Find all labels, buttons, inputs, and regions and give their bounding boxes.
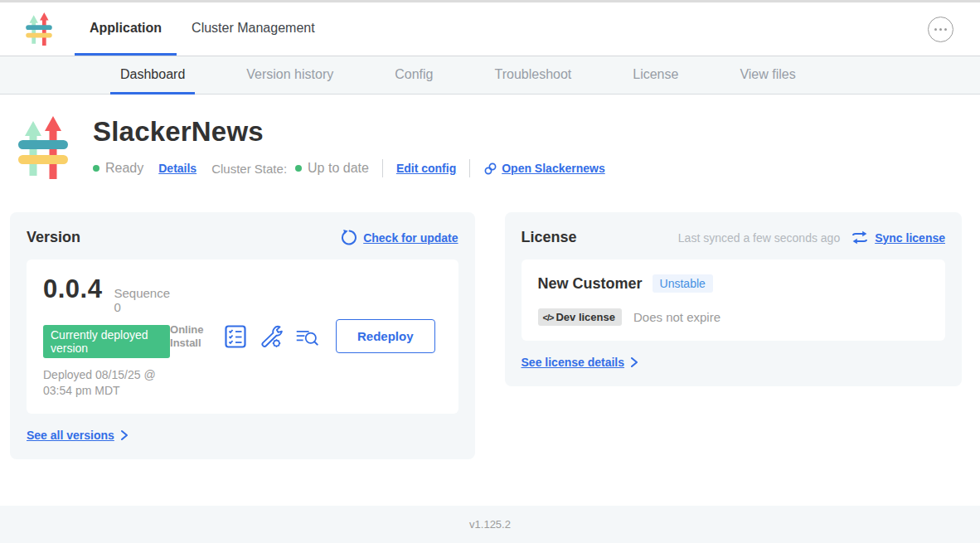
- open-app-label: Open Slackernews: [502, 162, 605, 175]
- tab-license[interactable]: License: [623, 56, 688, 95]
- external-link-icon: [483, 162, 497, 176]
- cluster-state-label: Cluster State:: [211, 162, 287, 176]
- top-nav: Application Cluster Management: [0, 2, 980, 56]
- cluster-state-value: Up to date: [308, 161, 369, 176]
- cluster-state-dot: [295, 165, 302, 172]
- open-app-link[interactable]: Open Slackernews: [483, 162, 605, 176]
- tab-cluster-management-label: Cluster Management: [192, 21, 315, 36]
- main-content: SlackerNews Ready Details Cluster State:…: [0, 95, 980, 506]
- see-all-versions-label: See all versions: [27, 429, 114, 442]
- license-card-title: License: [522, 229, 577, 246]
- preflight-checks-icon[interactable]: [224, 325, 247, 348]
- redeploy-button[interactable]: Redeploy: [336, 319, 435, 353]
- tab-troubleshoot[interactable]: Troubleshoot: [484, 56, 581, 95]
- tab-view-files[interactable]: View files: [730, 56, 805, 95]
- tab-config[interactable]: Config: [385, 56, 443, 95]
- view-diff-icon[interactable]: [295, 325, 318, 348]
- license-expiry: Does not expire: [633, 310, 720, 324]
- tab-config-label: Config: [395, 67, 433, 82]
- version-card: Version Check for update 0.0.4 Sequence …: [10, 212, 475, 459]
- customer-name: New Customer: [538, 275, 643, 293]
- sync-icon: [851, 230, 868, 245]
- tab-application[interactable]: Application: [75, 2, 177, 56]
- install-type-label: Online Install: [170, 323, 211, 351]
- divider: [469, 159, 470, 177]
- license-card: License Last synced a few seconds ago Sy…: [505, 212, 962, 386]
- edit-config-link[interactable]: Edit config: [396, 162, 456, 175]
- see-license-details-label: See license details: [522, 356, 625, 369]
- app-status-dot: [93, 165, 99, 172]
- version-number: 0.0.4: [43, 274, 102, 304]
- tab-dashboard[interactable]: Dashboard: [110, 56, 195, 95]
- see-all-versions-link[interactable]: See all versions: [27, 429, 129, 442]
- see-license-details-link[interactable]: See license details: [522, 356, 640, 369]
- refresh-icon: [341, 230, 357, 245]
- chevron-right-icon: [119, 429, 129, 441]
- tab-license-label: License: [633, 67, 678, 82]
- sync-license-link[interactable]: Sync license: [875, 231, 945, 245]
- app-header: SlackerNews Ready Details Cluster State:…: [15, 114, 980, 181]
- overflow-menu-button[interactable]: [928, 17, 953, 42]
- tab-dashboard-label: Dashboard: [120, 67, 185, 82]
- top-nav-tabs: Application Cluster Management: [75, 2, 330, 56]
- last-synced-text: Last synced a few seconds ago: [678, 231, 840, 245]
- console-version: v1.125.2: [469, 518, 511, 531]
- edit-config-icon[interactable]: [260, 325, 283, 348]
- tab-cluster-management[interactable]: Cluster Management: [177, 2, 330, 56]
- status-details-link[interactable]: Details: [158, 162, 196, 175]
- tab-troubleshoot-label: Troubleshoot: [494, 67, 571, 82]
- app-logo-large: [15, 114, 71, 181]
- check-for-update-link[interactable]: Check for update: [363, 231, 458, 245]
- app-logo-icon: [23, 12, 55, 46]
- current-version-panel: 0.0.4 Sequence 0 Currently deployed vers…: [27, 259, 458, 414]
- version-sequence: Sequence 0: [114, 286, 170, 314]
- license-type-badge: </> Dev license: [538, 308, 622, 326]
- dashboard-cards: Version Check for update 0.0.4 Sequence …: [10, 212, 962, 459]
- app-sub-nav: Dashboard Version history Config Trouble…: [0, 56, 980, 95]
- chevron-right-icon: [629, 356, 639, 368]
- license-details-panel: New Customer Unstable </> Dev license Do…: [522, 259, 945, 341]
- license-type-label: Dev license: [555, 311, 615, 323]
- footer: v1.125.2: [0, 506, 980, 543]
- tab-application-label: Application: [90, 21, 162, 36]
- tab-version-history-label: Version history: [246, 67, 333, 82]
- tab-view-files-label: View files: [740, 67, 795, 82]
- app-status-text: Ready: [105, 161, 143, 176]
- channel-badge: Unstable: [653, 274, 713, 293]
- page-title: SlackerNews: [93, 116, 605, 148]
- deployed-status-badge: Currently deployed version: [43, 325, 170, 358]
- version-card-title: Version: [27, 229, 80, 246]
- deployed-timestamp: Deployed 08/15/25 @ 03:54 pm MDT: [43, 367, 170, 399]
- tab-version-history[interactable]: Version history: [236, 56, 343, 95]
- app-status-row: Ready Details Cluster State: Up to date …: [93, 159, 605, 177]
- code-icon: </>: [543, 313, 554, 322]
- divider: [382, 159, 383, 177]
